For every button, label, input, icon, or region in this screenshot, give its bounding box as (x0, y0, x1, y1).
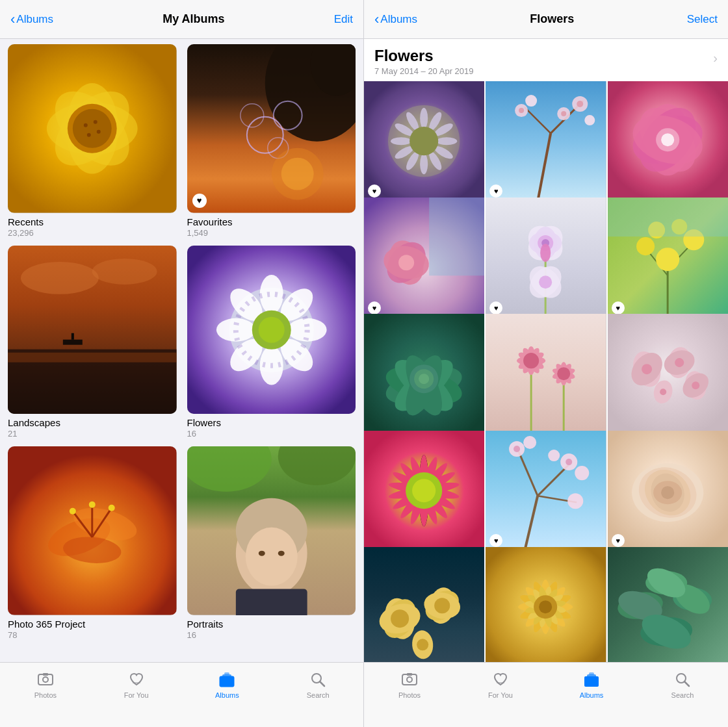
svg-point-234 (539, 600, 552, 613)
photo-heart-4: ♥ (368, 301, 381, 314)
album-item-recents[interactable]: Recents 23,296 (8, 44, 177, 238)
right-tab-bar: Photos For You Albums Search (364, 662, 728, 727)
svg-point-91 (577, 101, 584, 107)
svg-point-21 (21, 261, 99, 294)
svg-point-6 (73, 109, 112, 148)
svg-rect-86 (486, 81, 606, 201)
photo-cell-15[interactable] (608, 547, 728, 662)
flowers-date-range: 7 May 2014 – 20 Apr 2019 (374, 66, 474, 76)
svg-point-105 (661, 133, 674, 146)
left-tab-search[interactable]: Search (292, 670, 344, 699)
svg-point-171 (660, 389, 666, 396)
left-back-chevron-icon: ‹ (10, 11, 15, 28)
svg-rect-26 (72, 333, 74, 339)
photo-cell-4[interactable]: ♥ (364, 198, 484, 318)
left-tab-for-you[interactable]: For You (110, 670, 162, 699)
svg-point-153 (523, 353, 539, 368)
photo-cell-8[interactable] (486, 314, 606, 434)
svg-point-19 (281, 158, 313, 190)
favourites-heart-badge: ♥ (192, 194, 207, 208)
left-tab-photos[interactable]: Photos (20, 670, 72, 699)
album-item-photo365[interactable]: Photo 365 Project 78 (8, 446, 177, 640)
photo-cell-14[interactable] (486, 547, 606, 662)
album-thumb-favourites: ♥ (187, 44, 356, 213)
svg-rect-111 (429, 198, 484, 275)
right-back-button[interactable]: ‹ Albums (374, 11, 417, 28)
svg-rect-244 (402, 674, 417, 685)
svg-rect-59 (38, 674, 53, 685)
album-item-favourites[interactable]: ♥ Favourites 1,549 (187, 44, 356, 238)
album-count-portraits: 16 (187, 630, 356, 640)
svg-point-163 (642, 364, 652, 375)
svg-point-9 (97, 130, 101, 134)
album-item-flowers[interactable]: Flowers 16 (187, 246, 356, 439)
svg-point-55 (245, 528, 297, 586)
album-count-flowers: 16 (187, 429, 356, 439)
left-edit-button[interactable]: Edit (334, 13, 353, 26)
svg-point-215 (417, 639, 428, 650)
album-item-portraits[interactable]: Portraits 16 (187, 446, 356, 640)
right-tab-search-label: Search (671, 691, 694, 699)
flowers-detail-chevron-icon[interactable]: › (713, 47, 718, 66)
svg-point-110 (398, 255, 414, 270)
photo-heart-5: ♥ (489, 301, 502, 314)
left-back-button[interactable]: ‹ Albums (10, 11, 53, 28)
album-name-flowers: Flowers (187, 417, 356, 428)
album-name-portraits: Portraits (187, 619, 356, 630)
svg-point-7 (84, 123, 88, 127)
photo-cell-6[interactable]: ♥ (608, 198, 728, 318)
svg-point-204 (661, 486, 674, 499)
svg-rect-250 (589, 672, 594, 675)
svg-point-35 (216, 318, 255, 341)
svg-rect-25 (63, 339, 83, 344)
svg-point-48 (89, 502, 96, 508)
svg-rect-185 (486, 431, 606, 551)
svg-rect-66 (224, 672, 229, 675)
right-tab-photos-label: Photos (398, 691, 421, 699)
right-tab-photos[interactable]: Photos (384, 670, 436, 699)
svg-point-10 (87, 133, 91, 137)
svg-rect-144 (486, 314, 606, 434)
photo-cell-2[interactable]: ♥ (486, 81, 606, 201)
svg-point-47 (70, 508, 76, 515)
svg-point-96 (519, 108, 524, 113)
svg-point-192 (523, 436, 536, 449)
svg-rect-63 (220, 676, 234, 687)
svg-point-159 (558, 368, 571, 381)
svg-point-22 (92, 258, 157, 284)
svg-line-68 (320, 682, 324, 686)
photo-cell-7[interactable] (364, 314, 484, 434)
svg-point-197 (548, 450, 560, 461)
photo-heart-6: ♥ (612, 301, 625, 314)
right-select-button[interactable]: Select (687, 13, 718, 26)
photo-cell-12[interactable]: ♥ (608, 431, 728, 551)
album-count-landscapes: 21 (8, 429, 177, 439)
right-tab-for-you[interactable]: For You (474, 670, 526, 699)
right-tab-albums[interactable]: Albums (566, 670, 618, 699)
svg-point-57 (278, 551, 284, 556)
left-tab-albums-label: Albums (215, 691, 239, 699)
album-thumb-portraits (187, 446, 356, 615)
svg-point-29 (259, 274, 283, 313)
right-tab-albums-label: Albums (580, 691, 604, 699)
svg-point-38 (258, 316, 284, 342)
album-item-landscapes[interactable]: Landscapes 21 (8, 246, 177, 439)
svg-point-93 (562, 111, 567, 116)
svg-point-129 (636, 237, 655, 255)
photo-cell-9[interactable] (608, 314, 728, 434)
right-tab-search[interactable]: Search (656, 670, 708, 699)
photo-cell-5[interactable]: ♥ (486, 198, 606, 318)
svg-rect-160 (608, 314, 728, 434)
photo-cell-1[interactable]: ♥ (364, 81, 484, 201)
photo-cell-10[interactable] (364, 431, 484, 551)
photo-cell-13[interactable] (364, 547, 484, 662)
left-panel: ‹ Albums My Albums Edit (0, 0, 364, 727)
svg-point-195 (575, 466, 590, 480)
album-name-landscapes: Landscapes (8, 417, 177, 428)
svg-point-49 (109, 505, 115, 511)
svg-point-209 (391, 609, 409, 628)
left-tab-albums[interactable]: Albums (201, 670, 253, 699)
photo-cell-3[interactable] (608, 81, 728, 201)
svg-point-8 (94, 120, 98, 124)
photo-cell-11[interactable]: ♥ (486, 431, 606, 551)
